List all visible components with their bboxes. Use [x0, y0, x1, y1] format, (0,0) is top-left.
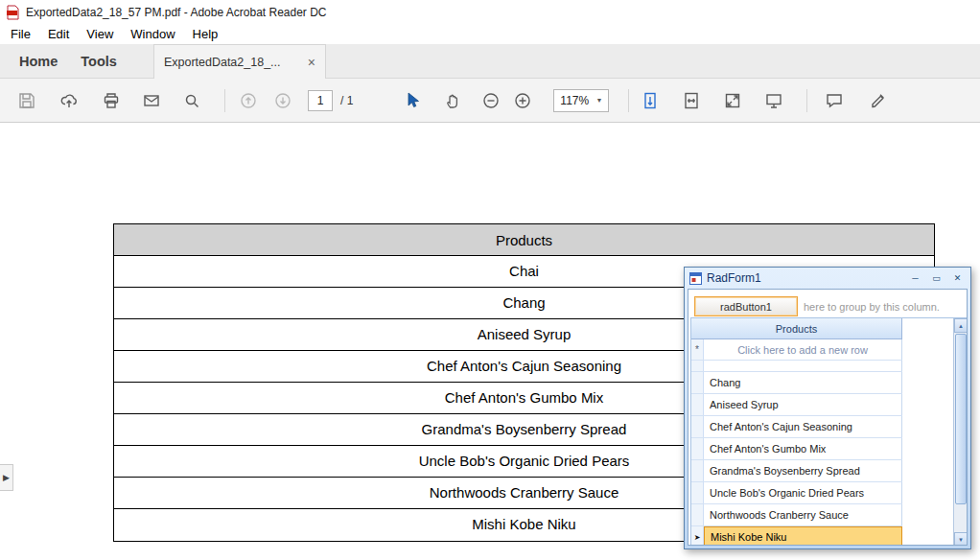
tab-tools[interactable]: Tools — [69, 54, 128, 69]
chevron-down-icon: ▼ — [595, 97, 602, 104]
document-tab[interactable]: ExportedData2_18_... × — [153, 44, 326, 79]
grid-group-panel-hint: here to group by this column. — [804, 301, 940, 313]
grid-row[interactable]: Uncle Bob's Organic Dried Pears — [691, 482, 902, 504]
toolbar-separator — [224, 89, 225, 112]
zoom-in-icon[interactable] — [513, 91, 532, 110]
zoom-out-icon[interactable] — [481, 91, 501, 110]
tab-close-icon[interactable]: × — [308, 56, 315, 69]
tab-bar: Home Tools ExportedData2_18_... × — [0, 44, 980, 79]
maximize-icon[interactable]: ▭ — [928, 271, 945, 285]
close-icon[interactable]: ✕ — [949, 271, 966, 285]
grid-row[interactable]: Chef Anton's Gumbo Mix — [691, 438, 902, 460]
menu-file[interactable]: File — [2, 27, 39, 41]
grid-rows: * Click here to add a new row Chang Anis… — [691, 339, 902, 546]
expand-arrow-icon: ▶ — [3, 473, 10, 482]
email-icon[interactable] — [142, 91, 161, 110]
page-scrolling-mode-icon[interactable] — [641, 91, 660, 110]
zoom-level-dropdown[interactable]: 117% ▼ — [553, 89, 609, 112]
radform-app-icon — [689, 272, 702, 285]
pdf-table-header: Products — [114, 224, 934, 256]
menu-window[interactable]: Window — [122, 27, 183, 41]
acrobat-pdf-icon — [6, 5, 20, 20]
acrobat-reader-window: ExportedData2_18_57 PM.pdf - Adobe Acrob… — [0, 0, 980, 560]
scroll-down-icon[interactable]: ▼ — [954, 532, 968, 546]
radform-title-bar[interactable]: RadForm1 ─ ▭ ✕ — [685, 268, 970, 289]
save-icon[interactable] — [17, 91, 36, 110]
minimize-icon[interactable]: ─ — [907, 271, 923, 285]
next-page-icon[interactable] — [273, 91, 292, 110]
comment-icon[interactable] — [825, 91, 844, 110]
rad-grid-view: Products * Click here to add a new row C… — [690, 317, 968, 546]
document-tab-label: ExportedData2_18_... — [164, 56, 300, 69]
navigation-pane-toggle[interactable]: ▶ — [0, 464, 13, 491]
main-toolbar: / 1 117% ▼ — [0, 79, 980, 123]
print-icon[interactable] — [102, 91, 121, 110]
fit-page-icon[interactable] — [682, 91, 701, 110]
window-title: ExportedData2_18_57 PM.pdf - Adobe Acrob… — [26, 6, 327, 19]
grid-row[interactable]: Grandma's Boysenberry Spread — [691, 460, 902, 482]
radform-window: RadForm1 ─ ▭ ✕ radButton1 here to group … — [684, 267, 971, 549]
radform-title: RadForm1 — [707, 271, 902, 285]
title-bar[interactable]: ExportedData2_18_57 PM.pdf - Adobe Acrob… — [0, 0, 980, 24]
grid-row[interactable]: Chang — [691, 372, 902, 394]
rad-button1[interactable]: radButton1 — [694, 296, 798, 316]
menu-view[interactable]: View — [78, 27, 122, 41]
highlight-icon[interactable] — [869, 91, 888, 110]
page-total-label: / 1 — [340, 94, 353, 107]
add-new-row-label: Click here to add a new row — [704, 339, 902, 360]
grid-vertical-scrollbar[interactable]: ▲ ▼ — [953, 318, 968, 546]
grid-row[interactable]: Chef Anton's Cajun Seasoning — [691, 416, 902, 438]
cloud-upload-icon[interactable] — [59, 91, 79, 110]
previous-page-icon[interactable] — [239, 91, 258, 110]
menu-help[interactable]: Help — [184, 27, 227, 41]
toolbar-separator — [628, 89, 629, 112]
actual-size-icon[interactable] — [723, 91, 742, 110]
grid-row[interactable]: Northwoods Cranberry Sauce — [691, 504, 902, 526]
grid-row-selected[interactable]: ➤ Mishi Kobe Niku — [691, 526, 902, 546]
grid-row[interactable]: Aniseed Syrup — [691, 394, 902, 416]
reading-mode-icon[interactable] — [764, 91, 783, 110]
search-icon[interactable] — [182, 91, 201, 110]
zoom-level-value: 117% — [560, 94, 590, 107]
current-row-arrow-icon: ➤ — [691, 526, 704, 546]
select-tool-icon[interactable] — [403, 91, 422, 110]
hand-tool-icon[interactable] — [443, 91, 462, 110]
page-number-input[interactable] — [308, 90, 333, 111]
menu-edit[interactable]: Edit — [39, 27, 78, 41]
grid-column-header-products[interactable]: Products — [691, 318, 902, 339]
grid-add-new-row[interactable]: * Click here to add a new row — [691, 339, 902, 361]
grid-row[interactable] — [691, 361, 902, 372]
scroll-up-icon[interactable]: ▲ — [954, 318, 968, 333]
toolbar-separator — [806, 89, 807, 112]
tab-home[interactable]: Home — [8, 54, 69, 69]
menu-bar: File Edit View Window Help — [0, 24, 980, 44]
radform-client-area: radButton1 here to group by this column.… — [688, 289, 968, 546]
scrollbar-thumb[interactable] — [955, 334, 967, 504]
new-row-star-icon: * — [691, 339, 704, 360]
